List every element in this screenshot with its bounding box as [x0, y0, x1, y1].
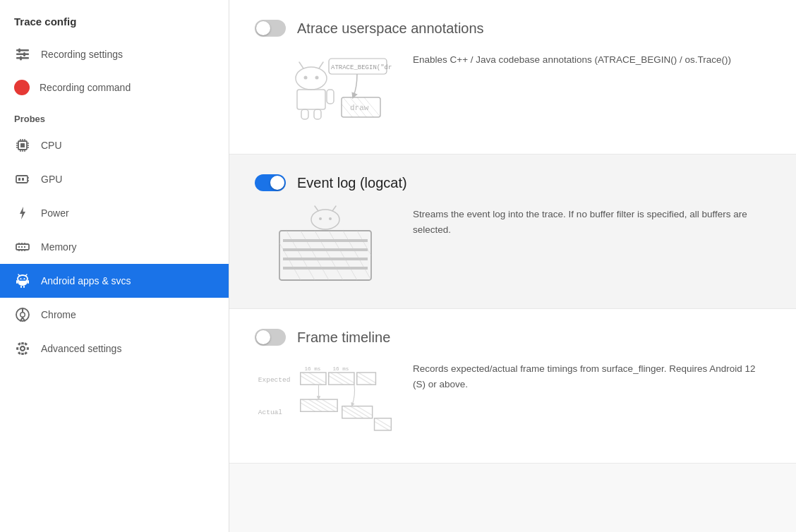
svg-text:ATRACE_BEGIN("draw");: ATRACE_BEGIN("draw");: [331, 64, 392, 71]
svg-marker-25: [20, 207, 25, 219]
svg-point-58: [315, 75, 319, 79]
svg-point-77: [329, 217, 332, 220]
svg-rect-0: [16, 49, 29, 52]
power-label: Power: [41, 207, 69, 219]
cpu-label: CPU: [41, 140, 62, 151]
frame-timeline-toggle[interactable]: [255, 329, 286, 346]
svg-line-75: [332, 206, 336, 211]
probe-frame-timeline-header: Frame timeline: [255, 329, 771, 346]
atrace-toggle-knob: [256, 21, 270, 35]
probe-card-logcat: Event log (logcat): [229, 155, 796, 309]
svg-line-41: [25, 274, 27, 276]
svg-rect-61: [301, 109, 308, 119]
sliders-icon: [14, 46, 31, 63]
main-content: Atrace userspace annotations: [229, 0, 796, 532]
svg-rect-29: [24, 246, 25, 248]
svg-rect-105: [357, 373, 376, 385]
svg-point-48: [21, 313, 25, 317]
svg-rect-28: [21, 246, 23, 248]
svg-rect-122: [375, 418, 392, 430]
svg-rect-2: [16, 57, 29, 59]
power-icon: [14, 205, 31, 222]
svg-line-74: [315, 206, 318, 211]
probe-frame-timeline-body: Expected 16 ms: [255, 358, 771, 443]
sidebar-item-recording-command[interactable]: Recording command: [0, 71, 229, 104]
svg-rect-21: [18, 178, 20, 181]
sidebar-item-power[interactable]: Power: [0, 196, 229, 230]
probe-card-atrace: Atrace userspace annotations: [229, 0, 796, 155]
sidebar-item-recording-settings[interactable]: Recording settings: [0, 37, 229, 71]
sidebar-item-advanced-settings[interactable]: Advanced settings: [0, 332, 229, 365]
probe-atrace-body: ATRACE_BEGIN("draw"); draw: [255, 49, 771, 134]
atrace-illustration: ATRACE_BEGIN("draw"); draw: [255, 49, 396, 134]
svg-rect-123: [375, 418, 392, 430]
svg-line-87: [315, 231, 343, 280]
svg-rect-43: [23, 286, 25, 288]
logcat-illustration: [255, 204, 396, 289]
svg-rect-3: [18, 49, 20, 53]
frame-timeline-toggle-knob: [256, 330, 270, 344]
frame-timeline-title: Frame timeline: [297, 330, 390, 346]
svg-text:16 ms: 16 ms: [332, 366, 349, 372]
sidebar-item-memory[interactable]: Memory: [0, 230, 229, 264]
logcat-toggle-knob: [270, 176, 284, 190]
frame-timeline-description: Records expected/actual frame timings fr…: [413, 358, 771, 392]
probe-logcat-body: Streams the event log into the trace. If…: [255, 204, 771, 289]
sidebar-title: Trace config: [0, 7, 229, 37]
svg-rect-59: [297, 90, 325, 109]
svg-text:Actual: Actual: [258, 409, 283, 416]
recording-settings-label: Recording settings: [41, 49, 123, 60]
svg-line-40: [18, 274, 20, 276]
svg-rect-4: [23, 52, 25, 56]
svg-point-39: [24, 278, 25, 279]
advanced-settings-label: Advanced settings: [41, 343, 121, 354]
chrome-icon: [14, 306, 31, 323]
svg-line-55: [299, 62, 303, 68]
sidebar: Trace config Recording settings Recordin…: [0, 0, 229, 532]
svg-point-57: [304, 75, 308, 79]
logcat-title: Event log (logcat): [297, 175, 407, 191]
svg-line-85: [287, 231, 315, 280]
logcat-description: Streams the event log into the trace. If…: [413, 204, 771, 237]
svg-rect-1: [16, 54, 29, 56]
svg-point-53: [20, 346, 25, 351]
probe-card-frame-timeline: Frame timeline Expected: [229, 309, 796, 464]
svg-rect-22: [22, 178, 24, 181]
svg-point-76: [319, 217, 322, 220]
sidebar-item-cpu[interactable]: CPU: [0, 128, 229, 162]
svg-rect-44: [16, 280, 18, 284]
probe-logcat-header: Event log (logcat): [255, 174, 771, 191]
svg-line-84: [272, 231, 301, 280]
gpu-label: GPU: [41, 174, 62, 185]
sidebar-item-android-apps[interactable]: Android apps & svcs: [0, 264, 229, 298]
android-apps-label: Android apps & svcs: [41, 275, 131, 286]
sidebar-item-chrome[interactable]: Chrome: [0, 298, 229, 332]
svg-rect-42: [20, 286, 22, 288]
logcat-toggle[interactable]: [255, 174, 286, 191]
svg-line-88: [329, 231, 357, 280]
recording-command-label: Recording command: [40, 82, 131, 93]
svg-line-89: [343, 231, 371, 280]
svg-rect-60: [327, 90, 334, 104]
svg-rect-27: [18, 246, 20, 248]
svg-rect-104: [357, 373, 376, 385]
record-icon: [14, 80, 30, 95]
chrome-label: Chrome: [41, 309, 76, 320]
svg-rect-5: [20, 56, 22, 61]
atrace-toggle[interactable]: [255, 20, 286, 37]
svg-rect-7: [20, 143, 25, 147]
svg-line-56: [319, 62, 323, 68]
cpu-icon: [14, 137, 31, 154]
sidebar-item-gpu[interactable]: GPU: [0, 162, 229, 196]
svg-rect-62: [314, 109, 321, 119]
svg-line-86: [301, 231, 329, 280]
android-icon: [14, 272, 31, 289]
atrace-description: Enables C++ / Java codebase annotations …: [413, 49, 731, 68]
gpu-icon: [14, 171, 31, 188]
svg-text:16 ms: 16 ms: [304, 366, 320, 372]
atrace-title: Atrace userspace annotations: [297, 20, 484, 37]
svg-rect-45: [28, 280, 29, 284]
probes-section-label: Probes: [0, 104, 229, 128]
svg-point-73: [311, 210, 339, 229]
svg-point-38: [20, 278, 22, 279]
